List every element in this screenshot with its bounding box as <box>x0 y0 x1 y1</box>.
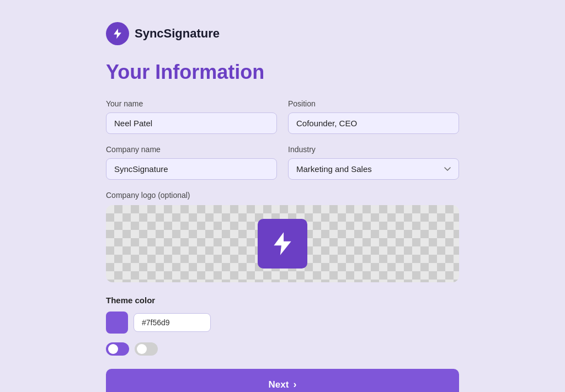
logo-section: Company logo (optional) <box>106 191 459 282</box>
toggle-row <box>106 342 459 356</box>
next-button[interactable]: Next › <box>106 369 459 392</box>
logo-preview <box>258 219 307 269</box>
name-input[interactable] <box>106 112 277 134</box>
theme-color-label: Theme color <box>106 296 459 305</box>
lightning-bolt-icon <box>111 28 124 40</box>
industry-select[interactable]: Marketing and Sales Technology Finance H… <box>288 158 459 180</box>
toggle-on[interactable] <box>106 342 129 356</box>
position-label: Position <box>288 99 459 108</box>
name-position-grid: Your name Position <box>106 99 459 134</box>
chevron-right-icon: › <box>293 379 296 390</box>
app-logo-icon <box>106 22 129 45</box>
position-input[interactable] <box>288 112 459 134</box>
theme-section: Theme color <box>106 296 459 356</box>
industry-label: Industry <box>288 145 459 154</box>
logo-upload-label: Company logo (optional) <box>106 191 459 200</box>
toggle-thumb-on <box>108 344 118 354</box>
page-title: Your Information <box>106 61 459 84</box>
company-group: Company name <box>106 145 277 180</box>
next-button-label: Next <box>269 379 289 390</box>
logo-upload-area[interactable] <box>106 205 459 282</box>
company-industry-grid: Company name Industry Marketing and Sale… <box>106 145 459 180</box>
logo-preview-icon <box>269 230 296 257</box>
checkerboard-bg <box>106 205 459 282</box>
color-swatch-button[interactable] <box>106 312 128 334</box>
name-label: Your name <box>106 99 277 108</box>
company-input[interactable] <box>106 158 277 180</box>
name-group: Your name <box>106 99 277 134</box>
company-label: Company name <box>106 145 277 154</box>
toggle-thumb-off <box>137 344 147 354</box>
industry-group: Industry Marketing and Sales Technology … <box>288 145 459 180</box>
position-group: Position <box>288 99 459 134</box>
page-container: SyncSignature Your Information Your name… <box>106 22 459 392</box>
app-logo-text: SyncSignature <box>135 26 220 41</box>
toggle-off[interactable] <box>135 342 158 356</box>
theme-color-row <box>106 312 459 334</box>
logo-row: SyncSignature <box>106 22 459 45</box>
color-hex-input[interactable] <box>134 313 211 332</box>
